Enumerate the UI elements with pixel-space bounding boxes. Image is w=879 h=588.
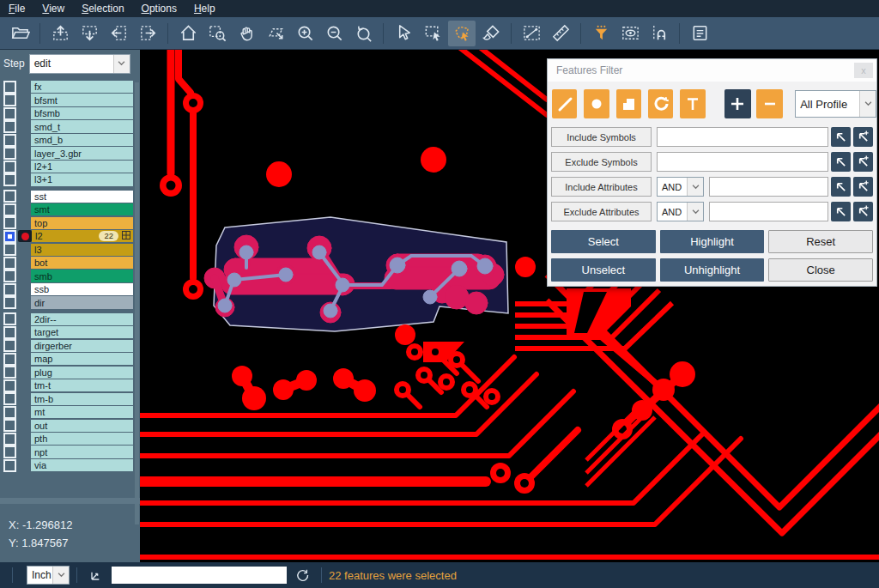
menu-item-view[interactable]: View bbox=[33, 1, 73, 16]
close-button[interactable]: Close bbox=[768, 258, 873, 282]
shift-right-button[interactable] bbox=[134, 21, 161, 46]
layer-checkbox[interactable] bbox=[3, 257, 16, 270]
brush-button[interactable] bbox=[477, 21, 505, 46]
layer-name[interactable]: bfsmb bbox=[31, 107, 133, 119]
pick-arrow-plus-button[interactable] bbox=[853, 202, 873, 221]
menu-item-selection[interactable]: Selection bbox=[73, 1, 132, 16]
command-input[interactable] bbox=[112, 567, 287, 584]
layer-row-pth[interactable]: pth bbox=[0, 433, 140, 445]
filter-button[interactable] bbox=[587, 21, 615, 46]
paste-down-button[interactable] bbox=[76, 21, 103, 46]
measure-line-button[interactable] bbox=[518, 21, 545, 46]
layer-row-top[interactable]: top bbox=[0, 217, 140, 229]
layer-name[interactable]: bfsmt bbox=[31, 94, 133, 106]
refresh-icon[interactable] bbox=[294, 567, 311, 584]
layer-name[interactable]: tm-t bbox=[31, 379, 133, 391]
layer-name[interactable]: l2+1 bbox=[31, 161, 133, 173]
layer-name[interactable]: smd_t bbox=[31, 120, 133, 132]
layer-row-bot[interactable]: bot bbox=[0, 257, 140, 269]
ruler-button[interactable] bbox=[547, 21, 574, 46]
layer-checkbox[interactable] bbox=[3, 147, 16, 160]
layer-name[interactable]: pth bbox=[31, 433, 133, 445]
filter-value-input[interactable] bbox=[709, 202, 828, 221]
shift-left-button[interactable] bbox=[105, 21, 132, 46]
filter-value-input[interactable] bbox=[657, 127, 828, 147]
layer-name[interactable]: map bbox=[31, 353, 133, 365]
layer-name[interactable]: l3 bbox=[31, 244, 133, 256]
layer-checkbox[interactable] bbox=[3, 216, 16, 229]
layer-row-tm-b[interactable]: tm-b bbox=[0, 393, 140, 405]
layer-name[interactable]: smd_b bbox=[31, 134, 133, 146]
layer-row-npt[interactable]: npt bbox=[0, 446, 140, 458]
layer-row-target[interactable]: target bbox=[0, 326, 140, 338]
layer-checkbox[interactable] bbox=[3, 81, 16, 94]
layer-row-l2+1[interactable]: l2+1 bbox=[0, 161, 140, 173]
select-arrow-button[interactable] bbox=[390, 21, 417, 46]
layer-checkbox[interactable] bbox=[3, 270, 16, 282]
layer-row-smd_b[interactable]: smd_b bbox=[0, 134, 140, 146]
notes-panel-button[interactable] bbox=[686, 21, 713, 46]
chevron-down-icon[interactable] bbox=[687, 178, 703, 196]
chevron-down-icon[interactable] bbox=[687, 203, 703, 221]
layer-checkbox[interactable] bbox=[3, 459, 16, 472]
layer-checkbox[interactable] bbox=[3, 120, 16, 133]
close-icon[interactable]: x bbox=[854, 63, 873, 78]
paste-up-button[interactable] bbox=[46, 21, 74, 46]
pan-hand-button[interactable] bbox=[233, 21, 260, 46]
menu-item-help[interactable]: Help bbox=[185, 1, 224, 16]
layer-name[interactable]: l3+1 bbox=[31, 173, 133, 185]
pick-arrow-plus-button[interactable] bbox=[853, 127, 873, 147]
layer-checkbox[interactable] bbox=[3, 173, 16, 186]
layer-name[interactable]: via bbox=[31, 459, 133, 471]
layer-row-sst[interactable]: sst bbox=[0, 191, 140, 203]
layer-checkbox[interactable] bbox=[3, 392, 16, 405]
chevron-down-icon[interactable] bbox=[113, 55, 130, 73]
layer-name[interactable]: smt bbox=[31, 203, 133, 215]
layer-checkbox[interactable] bbox=[3, 339, 16, 352]
layer-checkbox[interactable] bbox=[3, 283, 16, 296]
layer-row-ssb[interactable]: ssb bbox=[0, 283, 140, 295]
profile-select[interactable]: All Profile bbox=[795, 90, 876, 118]
zoom-previous-button[interactable] bbox=[349, 21, 377, 46]
layer-checkbox[interactable] bbox=[3, 161, 16, 173]
home-view-button[interactable] bbox=[174, 21, 202, 46]
layer-row-map[interactable]: map bbox=[0, 353, 140, 365]
dialog-title-bar[interactable]: Features Filter x bbox=[548, 59, 876, 82]
pick-arrow-plus-button[interactable] bbox=[853, 152, 873, 172]
zoom-polygon-button[interactable] bbox=[262, 21, 289, 46]
layer-list-scrollbar[interactable] bbox=[135, 82, 139, 524]
layer-checkbox[interactable] bbox=[3, 296, 16, 309]
layer-name[interactable]: 2dir-- bbox=[31, 313, 133, 325]
layer-checkbox[interactable] bbox=[3, 94, 16, 106]
layer-name[interactable]: out bbox=[31, 420, 133, 432]
pick-arrow-button[interactable] bbox=[831, 127, 851, 147]
layer-checkbox[interactable] bbox=[3, 366, 16, 379]
layer-row-l3+1[interactable]: l3+1 bbox=[0, 173, 140, 185]
layer-checkbox[interactable] bbox=[3, 419, 16, 432]
chevron-down-icon[interactable] bbox=[859, 91, 876, 117]
layer-checkbox[interactable] bbox=[3, 406, 16, 419]
text-filter-button[interactable] bbox=[680, 89, 705, 118]
open-folder-button[interactable] bbox=[6, 21, 33, 46]
layer-name[interactable]: ssb bbox=[31, 283, 133, 295]
filter-value-input[interactable] bbox=[709, 177, 828, 197]
step-select[interactable]: edit bbox=[29, 54, 130, 74]
reset-button[interactable]: Reset bbox=[768, 230, 873, 253]
layer-row-bfsmt[interactable]: bfsmt bbox=[0, 94, 140, 106]
menu-item-options[interactable]: Options bbox=[133, 1, 185, 16]
layer-checkbox[interactable] bbox=[3, 107, 16, 120]
layer-row-fx[interactable]: fx bbox=[0, 81, 140, 93]
layer-row-tm-t[interactable]: tm-t bbox=[0, 379, 140, 391]
highlight-button[interactable]: Highlight bbox=[660, 230, 765, 253]
layer-row-plug[interactable]: plug bbox=[0, 367, 140, 379]
line-filter-button[interactable] bbox=[552, 89, 577, 118]
select-rectangle-button[interactable] bbox=[419, 21, 446, 46]
select-button[interactable]: Select bbox=[551, 230, 656, 253]
layer-row-bfsmb[interactable]: bfsmb bbox=[0, 107, 140, 119]
layer-name[interactable]: bot bbox=[31, 257, 133, 269]
layer-checkbox[interactable] bbox=[3, 353, 16, 366]
chevron-down-icon[interactable] bbox=[52, 567, 69, 584]
zoom-in-button[interactable] bbox=[291, 21, 318, 46]
filter-label-button[interactable]: Exclude Symbols bbox=[551, 152, 652, 172]
layer-row-l2[interactable]: l222 bbox=[0, 230, 140, 242]
